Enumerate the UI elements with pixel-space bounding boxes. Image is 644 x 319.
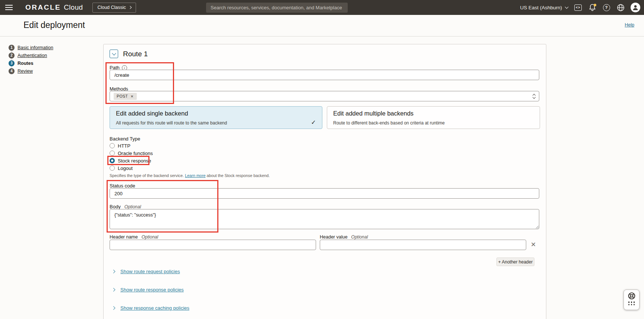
search-bar <box>206 3 348 13</box>
multiple-backends-title: Edit added multiple backends <box>333 110 414 117</box>
multiple-backends-card[interactable]: Edit added multiple backends Route to di… <box>327 106 540 129</box>
radio-logout[interactable]: Logout <box>110 164 133 172</box>
wizard-step-authentication[interactable]: 2 Authentication <box>9 51 53 59</box>
user-avatar-icon <box>632 4 639 11</box>
radio-icon <box>110 165 115 171</box>
status-code-input[interactable] <box>110 188 539 199</box>
header-name-input[interactable] <box>110 240 316 250</box>
step-label: Basic information <box>18 45 53 50</box>
response-caching-policies-link[interactable]: Show response caching policies <box>120 305 189 311</box>
header-value-label: Header value Optional <box>320 234 368 240</box>
user-menu-button[interactable] <box>631 3 640 12</box>
step-label: Review <box>18 69 33 74</box>
grid-dots-icon <box>628 301 635 305</box>
path-input[interactable] <box>110 70 539 80</box>
chevron-down-icon <box>565 5 569 9</box>
language-button[interactable] <box>616 3 625 12</box>
backend-type-label: Backend Type <box>110 136 140 142</box>
methods-multiselect[interactable]: POST ✕ <box>110 91 539 101</box>
cloud-shell-button[interactable]: <> <box>574 3 582 12</box>
step-label: Routes <box>18 61 33 66</box>
radio-icon <box>110 151 115 156</box>
route-title: Route 1 <box>123 50 148 58</box>
select-stepper-icon[interactable] <box>533 94 535 98</box>
globe-icon <box>617 4 625 12</box>
route-panel: Route 1 Path i Methods POST ✕ Edit added… <box>103 44 546 319</box>
body-label: Body Optional <box>110 204 141 209</box>
topbar-right-group: US East (Ashburn) <> ? <box>520 0 640 15</box>
single-backend-title: Edit added single backend <box>116 110 188 117</box>
search-input[interactable] <box>206 3 348 13</box>
notifications-button[interactable] <box>588 3 596 12</box>
life-ring-icon <box>628 292 636 300</box>
notification-badge <box>594 4 596 6</box>
dev-console-icon: <> <box>574 4 582 11</box>
route-response-policies-link[interactable]: Show route response policies <box>120 287 184 293</box>
response-caching-policies-toggle[interactable]: Show response caching policies <box>112 305 189 311</box>
route-request-policies-toggle[interactable]: Show route request policies <box>112 269 180 274</box>
brand-cloud: Cloud <box>64 3 83 12</box>
help-button[interactable]: ? <box>602 3 610 12</box>
remove-header-row-button[interactable]: ✕ <box>530 241 537 249</box>
wizard-step-review[interactable]: 4 Review <box>9 67 53 75</box>
learn-more-link[interactable]: Learn more <box>185 173 205 178</box>
oracle-cloud-logo[interactable]: ORACLE Cloud <box>25 3 83 12</box>
wizard-step-routes[interactable]: 3 Routes <box>9 59 53 67</box>
wizard-steps: 1 Basic information 2 Authentication 3 R… <box>9 44 53 75</box>
method-tag-label: POST <box>117 94 128 98</box>
chevron-right-icon <box>112 288 116 292</box>
selected-check-icon: ✓ <box>311 119 316 126</box>
radio-oracle-functions[interactable]: Oracle functions <box>110 149 153 157</box>
step-number-badge: 3 <box>9 60 15 66</box>
single-backend-card[interactable]: Edit added single backend All requests f… <box>110 106 322 129</box>
cloud-classic-button[interactable]: Cloud Classic <box>92 3 136 13</box>
multiple-backends-desc: Route to different back-ends based on cr… <box>333 120 445 126</box>
page-title: Edit deployment <box>23 20 85 30</box>
step-label: Authentication <box>18 53 47 58</box>
chevron-right-icon <box>129 6 132 9</box>
method-tag-post: POST ✕ <box>114 93 137 100</box>
step-number-badge: 2 <box>9 53 15 59</box>
radio-checked-icon <box>110 158 115 163</box>
help-link[interactable]: Help <box>625 22 634 28</box>
route-header: Route 1 <box>110 50 148 58</box>
route-request-policies-link[interactable]: Show route request policies <box>120 269 180 274</box>
question-icon: ? <box>603 4 610 11</box>
chevron-down-icon <box>112 51 116 55</box>
support-widget-button[interactable] <box>624 290 640 310</box>
radio-icon <box>110 143 115 148</box>
header-name-label: Header name Optional <box>110 234 158 240</box>
collapse-route-button[interactable] <box>110 50 118 58</box>
step-number-badge: 1 <box>9 45 15 51</box>
step-number-badge: 4 <box>9 68 15 74</box>
header-value-input[interactable] <box>320 240 526 250</box>
radio-http[interactable]: HTTP <box>110 142 130 149</box>
remove-tag-icon[interactable]: ✕ <box>130 94 133 98</box>
brand-oracle: ORACLE <box>25 3 61 12</box>
cloud-classic-label: Cloud Classic <box>97 5 126 10</box>
backend-helper-text: Specifies the type of the backend servic… <box>110 173 270 178</box>
top-bar: ORACLE Cloud Cloud Classic US East (Ashb… <box>0 0 644 15</box>
radio-stock-response[interactable]: Stock response <box>110 157 151 164</box>
region-label: US East (Ashburn) <box>520 5 562 10</box>
status-code-label: Status code <box>110 183 135 189</box>
wizard-step-basic-information[interactable]: 1 Basic information <box>9 44 53 51</box>
menu-icon[interactable] <box>5 3 18 12</box>
region-selector[interactable]: US East (Ashburn) <box>520 5 568 10</box>
route-response-policies-toggle[interactable]: Show route response policies <box>112 287 184 293</box>
another-header-button[interactable]: + Another header <box>496 258 534 266</box>
single-backend-desc: All requests for this route will route t… <box>116 120 227 126</box>
chevron-right-icon <box>112 306 116 310</box>
body-textarea[interactable]: {"status": "success"} <box>110 209 539 229</box>
page-header: Edit deployment Help <box>0 15 644 37</box>
chevron-right-icon <box>112 270 116 274</box>
